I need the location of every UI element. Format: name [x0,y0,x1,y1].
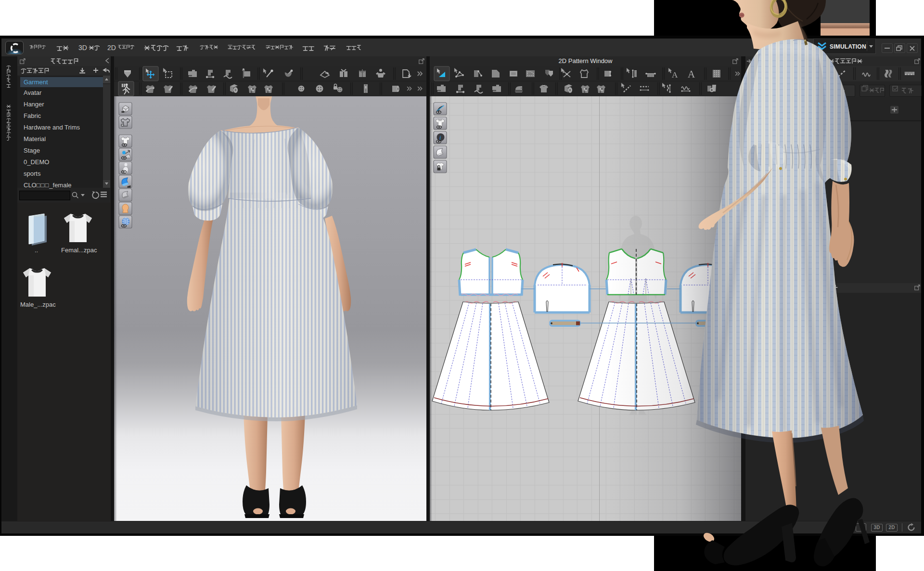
svg-text:Femal...zpac: Femal...zpac [61,247,97,254]
svg-text:2D: 2D [107,44,116,52]
svg-text:3D: 3D [78,44,87,52]
svg-text:..: .. [35,247,38,254]
svg-text:Male_...zpac: Male_...zpac [20,301,56,308]
